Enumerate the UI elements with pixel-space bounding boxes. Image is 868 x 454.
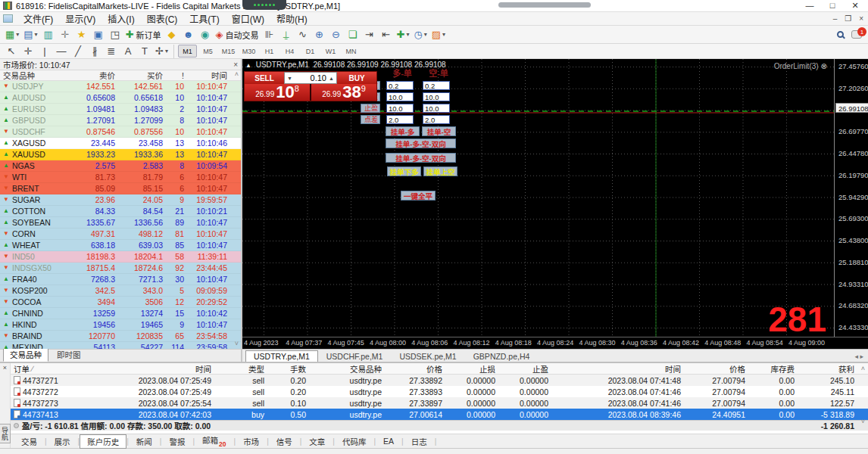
maximize-button[interactable]: □ <box>821 0 844 12</box>
market-watch-row[interactable]: BRAIND 120770 120835 65 23:54:58 <box>0 331 241 342</box>
auto-scroll-toggle[interactable]: ⇥ <box>362 27 377 42</box>
mdi-close-button[interactable]: × <box>859 14 863 23</box>
market-watch-row[interactable]: WTI 81.73 81.79 6 10:10:47 <box>0 172 241 183</box>
search-icon[interactable] <box>837 31 844 38</box>
chart-shift-toggle[interactable]: ⇤ <box>379 27 394 42</box>
mql5-button[interactable]: ◉ <box>198 27 213 42</box>
panel-input-long-tp[interactable] <box>386 104 414 113</box>
templates-menu[interactable]: ▨ ▾ <box>430 27 447 42</box>
chart-tab-usdtry[interactable]: USDTRY.pe,M1 <box>245 350 318 362</box>
timeframe-h4[interactable]: H4 <box>280 45 299 58</box>
metaeditor-button[interactable]: ◆ <box>164 27 180 42</box>
menu-charts[interactable]: 图表(C) <box>141 11 184 26</box>
chart-tab-usdchf[interactable]: USDCHF.pe,M1 <box>318 350 392 362</box>
cursor-tool[interactable]: ↖ <box>4 44 19 59</box>
market-watch-row[interactable]: CORN 497.31 498.12 81 10:10:47 <box>0 229 241 240</box>
history-table-row[interactable]: 44737271 2023.08.04 07:25:49 sell 0.20 u… <box>11 375 868 386</box>
mw-tab-tick-chart[interactable]: 即时图 <box>50 347 88 362</box>
terminal-scroll-down-icon[interactable]: ˅ <box>861 418 865 425</box>
mdi-minimize-button[interactable]: – <box>833 14 838 23</box>
scroll-up-icon[interactable]: ˄ <box>235 70 239 78</box>
terminal-close-icon[interactable]: × <box>3 364 7 372</box>
new-order-button[interactable]: ✚ 新订单 <box>124 27 163 42</box>
autotrading-toggle[interactable]: ◈ 自动交易 <box>214 27 261 42</box>
market-watch-row[interactable]: BRENT 85.09 85.15 6 10:10:47 <box>0 183 241 194</box>
order-limit-icon[interactable]: ⊗ <box>821 62 827 70</box>
market-watch-toggle[interactable]: ▥ <box>41 27 56 42</box>
terminal-tab-exposure[interactable]: 展示 <box>47 434 78 449</box>
fibonacci-tool[interactable]: ≣ <box>104 44 119 59</box>
crosshair-tool[interactable]: ✛ <box>20 44 36 59</box>
collapse-triangle-icon[interactable]: ▲ <box>245 62 251 69</box>
indicators-menu[interactable]: ✚ ▾ <box>395 27 411 42</box>
chart-tab-usdsek[interactable]: USDSEK.pe,M1 <box>391 350 464 362</box>
pending-both-button-2[interactable]: 挂单-多-空-双向 <box>386 153 456 163</box>
bar-chart-button[interactable]: ⊪ <box>262 27 277 42</box>
market-watch-row[interactable]: HKIND 19456 19465 9 10:10:47 <box>0 319 241 331</box>
market-watch-row[interactable]: USDCHF 0.87546 0.87556 10 10:10:47 <box>0 126 241 138</box>
timeframe-m5[interactable]: M5 <box>198 45 217 58</box>
volume-decrease-icon[interactable]: ▼ <box>285 76 295 81</box>
panel-input-short-tp[interactable] <box>423 104 450 113</box>
price-scale[interactable]: 27.45760 27.20260 26.95270 26.69770 26.4… <box>835 59 868 337</box>
market-watch-row[interactable]: IND50 18198.3 18204.1 58 11:39:11 <box>0 251 241 263</box>
terminal-tab-articles[interactable]: 文章 <box>301 434 333 449</box>
pending-long-button[interactable]: 挂单-多 <box>386 126 420 136</box>
terminal-toggle[interactable]: ▣ <box>91 27 106 42</box>
volume-input[interactable] <box>295 73 326 82</box>
market-watch-row[interactable]: XAUUSD 1933.23 1933.36 13 10:10:47 <box>0 149 241 160</box>
pending-both-button-1[interactable]: 挂单-多-空-双向 <box>386 138 456 148</box>
terminal-tab-experts[interactable]: EA <box>376 435 401 447</box>
market-watch-row[interactable]: EURUSD 1.09481 1.09483 2 10:10:47 <box>0 104 241 115</box>
community-button[interactable]: ☻ <box>181 27 196 42</box>
terminal-tab-journal[interactable]: 日志 <box>404 434 435 449</box>
terminal-tab-codebase[interactable]: 代码库 <box>335 434 374 449</box>
market-watch-row[interactable]: INDSGX50 18715.4 18724.6 92 23:44:45 <box>0 263 241 274</box>
tile-windows-button[interactable]: ❏ <box>345 27 361 42</box>
label-tool[interactable]: T <box>137 44 152 59</box>
chat-icon[interactable]: 1 <box>851 30 862 39</box>
navigator-toggle[interactable]: ★ <box>74 27 89 42</box>
panel-input-long-spread[interactable] <box>386 115 414 124</box>
chart-window-icon[interactable] <box>3 14 13 23</box>
market-watch-row[interactable]: SOYBEAN 1335.67 1336.56 89 10:10:47 <box>0 217 241 229</box>
market-watch-close-icon[interactable]: × <box>233 61 238 69</box>
market-watch-row[interactable]: FRA40 7268.3 7271.3 30 10:10:47 <box>0 274 241 285</box>
terminal-tab-trade[interactable]: 交易 <box>14 434 45 449</box>
menu-insert[interactable]: 插入(I) <box>101 11 140 26</box>
candlestick-button[interactable]: ⍊ <box>279 27 294 42</box>
history-table-row[interactable]: 44737272 2023.08.04 07:25:49 sell 0.20 u… <box>11 386 868 397</box>
trendline-tool[interactable]: ╱ <box>70 44 86 59</box>
scroll-down-icon[interactable]: ˅ <box>235 340 239 347</box>
close-all-button[interactable]: 一键全平 <box>401 191 436 201</box>
panel-input-short-1[interactable] <box>423 81 450 90</box>
minimize-button[interactable]: — <box>798 0 821 12</box>
terminal-tab-alerts[interactable]: 警报 <box>161 434 192 449</box>
market-watch-row[interactable]: CHNIND 13259 13274 15 10:10:42 <box>0 308 241 319</box>
profiles-button[interactable]: ▤ ▾ <box>22 27 39 42</box>
timeframe-m15[interactable]: M15 <box>219 45 238 58</box>
terminal-tab-account-history[interactable]: 账户历史 <box>80 434 126 449</box>
chart-plot[interactable]: ▲ USDTRY.pe,M1 26.99108 26.99109 26.9910… <box>242 59 835 337</box>
menu-file[interactable]: 文件(F) <box>17 11 59 26</box>
sell-price[interactable]: 26.99108 <box>245 84 310 101</box>
arrows-menu[interactable]: ✢ ▾ <box>154 44 170 59</box>
volume-increase-icon[interactable]: ▲ <box>326 76 336 81</box>
channel-tool[interactable]: ∦ <box>87 44 102 59</box>
close-button[interactable]: ✕ <box>844 0 866 12</box>
navigator-side-tab[interactable]: 导航 <box>0 424 11 443</box>
mdi-restore-button[interactable]: ❐ <box>845 14 851 23</box>
market-watch-row[interactable]: SUGAR 23.96 24.05 9 19:59:57 <box>0 194 241 206</box>
terminal-tab-mailbox[interactable]: 邮箱20 <box>195 433 233 449</box>
market-watch-row[interactable]: XAGUSD 23.445 23.458 13 10:10:46 <box>0 138 241 149</box>
line-chart-button[interactable]: ∿ <box>295 27 311 42</box>
market-watch-row[interactable]: GBPUSD 1.27091 1.27099 8 10:10:47 <box>0 115 241 126</box>
panel-input-long-2[interactable] <box>386 92 414 101</box>
terminal-tab-signals[interactable]: 信号 <box>269 434 300 449</box>
strategy-tester-button[interactable]: ◳ <box>108 27 123 42</box>
pending-short-button[interactable]: 挂单-空 <box>422 126 456 136</box>
market-watch-row[interactable]: COTTON 84.33 84.54 21 10:10:21 <box>0 206 241 217</box>
menu-help[interactable]: 帮助(H) <box>270 11 314 26</box>
market-watch-row[interactable]: NGAS 2.575 2.583 8 10:09:54 <box>0 160 241 172</box>
market-watch-row[interactable]: MEXIND 54113 54227 114 23:59:58 <box>0 342 241 349</box>
